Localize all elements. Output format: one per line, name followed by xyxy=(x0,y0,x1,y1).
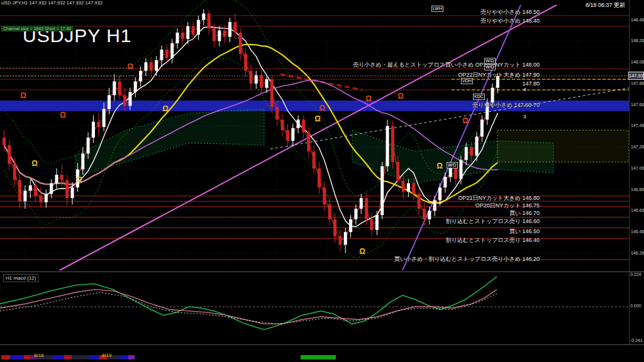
macd-scale-top: 0.224 xyxy=(630,272,641,277)
date-label: 8/19 xyxy=(102,353,112,358)
macd-indicator-label: H1 macd (12) xyxy=(3,274,38,282)
omega-marker: Ω xyxy=(359,247,365,256)
current-price-box: 147.932 xyxy=(628,72,644,80)
omega-marker: Ω xyxy=(319,104,325,112)
price-tick: 146.66 xyxy=(631,208,644,212)
macd-trigger xyxy=(0,292,497,324)
price-tick: 147.26 xyxy=(631,145,644,149)
session-segment xyxy=(119,355,128,359)
omega-marker: Ω xyxy=(436,162,443,170)
omega-marker: Ω xyxy=(60,111,66,119)
price-tick: 148.26 xyxy=(631,38,644,43)
order-annotation-5: 売りやや小さめ 147.60-70 xyxy=(472,101,540,109)
order-annotation-9: 割り込むとストップロス売り 146.60 xyxy=(446,217,540,226)
session-segment xyxy=(53,355,64,359)
order-annotation-10: 買い 146.50 xyxy=(509,228,540,236)
indicator-tag-wd: W/D xyxy=(484,64,496,70)
omega-marker: Ω xyxy=(397,92,404,101)
mt4-chart-window: ΩΩΩΩΩΩΩΩΩΩΩΩΩ USD.JPY,H1 147.932 147.932… xyxy=(0,0,644,362)
session-segment xyxy=(1,355,10,359)
macd-scale-zero: 0.000 xyxy=(630,304,641,308)
omega-marker: Ω xyxy=(127,62,133,71)
macd-signal xyxy=(0,290,497,324)
omega-marker: Ω xyxy=(31,159,38,168)
order-annotation-2: 売り小さめ・超えるとストップロス買い小さめ OP20日NYカット 148.00 xyxy=(353,61,540,69)
symbol-ohlc-line: USD.JPY,H1 147.932 147.932 147.932 147.9… xyxy=(1,1,103,5)
price-tick: 147.86 xyxy=(631,81,644,85)
session-segment xyxy=(72,355,89,359)
cloud-area xyxy=(497,130,629,162)
omega-marker: Ω xyxy=(20,91,26,100)
indicator-tag-lwh: LWH xyxy=(431,6,443,12)
count-label: 4 xyxy=(523,87,526,92)
date-label: 8/18 xyxy=(34,353,44,358)
order-annotation-0: 売りやや小さめ 148.50 xyxy=(480,8,540,16)
session-segment xyxy=(128,355,135,359)
count-label: 3 xyxy=(523,114,526,119)
session-segment xyxy=(89,355,99,359)
channel-info-badge: Channel size = 1843 Short = 17:40 xyxy=(1,26,73,31)
order-annotation-4: 147.80 xyxy=(522,80,540,87)
price-tick: 146.86 xyxy=(631,187,644,192)
order-annotation-8: 買い 146.70 xyxy=(509,209,540,217)
indicator-tag-kdc: KDC xyxy=(473,94,485,100)
omega-marker: Ω xyxy=(314,114,321,123)
order-annotation-11: 割り込むとストップロス売り 146.40 xyxy=(446,236,540,244)
macd-scale-bottom: -0.241 xyxy=(630,338,643,343)
session-segment xyxy=(24,355,30,359)
session-segment xyxy=(10,355,24,359)
omega-marker: Ω xyxy=(462,116,469,125)
price-tick: 146.26 xyxy=(631,251,644,255)
session-segment xyxy=(64,355,72,359)
omega-marker: Ω xyxy=(162,104,169,113)
indicator-tag-wd: W/D xyxy=(484,58,496,64)
session-segment xyxy=(301,355,336,359)
price-tick: 147.46 xyxy=(631,123,644,128)
price-tick: 146.46 xyxy=(631,229,644,234)
indicator-tag-vdh: VDH xyxy=(461,78,473,84)
omega-marker: Ω xyxy=(365,94,372,103)
omega-marker: Ω xyxy=(76,175,82,184)
order-annotation-1: 売りやや小さめ 148.40 xyxy=(480,17,540,25)
price-tick: 148.06 xyxy=(631,60,644,64)
macd-macd xyxy=(0,277,497,329)
order-annotation-12: 買い小さめ・割り込むとストップロス売り小さめ 146.20 xyxy=(394,255,540,263)
price-tick: 147.06 xyxy=(631,166,644,170)
update-timestamp: 8/18 06:37 更新 xyxy=(586,1,625,9)
price-tick: 148.46 xyxy=(631,18,644,22)
price-tick: 147.66 xyxy=(631,102,644,107)
chart-canvas[interactable]: ΩΩΩΩΩΩΩΩΩΩΩΩΩ xyxy=(0,0,644,362)
indicator-tag-wd: W/D xyxy=(447,162,458,168)
